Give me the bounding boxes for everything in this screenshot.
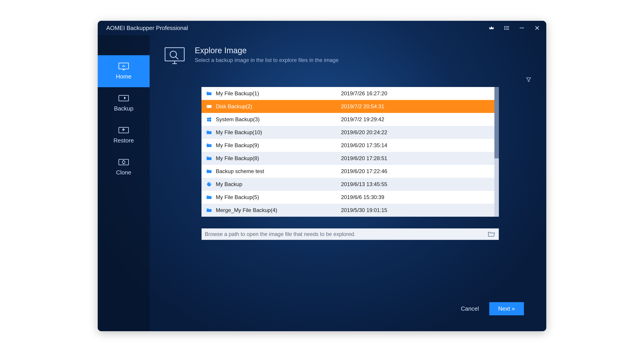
svg-rect-6 [520,28,524,28]
svg-point-2 [504,28,505,28]
monitor-home-icon [118,62,130,71]
filter-row [163,73,537,87]
disk-icon [206,104,212,109]
folder-icon [206,168,212,174]
row-date: 2019/6/20 20:24:22 [341,129,387,136]
sidebar-item-label: Backup [114,105,134,112]
svg-point-0 [504,26,505,27]
svg-rect-3 [506,28,509,28]
row-date: 2019/5/30 19:01:15 [341,207,387,213]
next-button-label: Next » [498,305,515,312]
row-date: 2019/6/20 17:28:51 [341,155,387,162]
row-name: My File Backup(10) [216,129,341,136]
windows-icon [206,117,212,122]
folder-icon [206,130,212,135]
backup-list[interactable]: My File Backup(1)2019/7/26 16:27:20Disk … [202,87,494,217]
minimize-button[interactable] [518,24,525,31]
scrollbar[interactable] [494,87,499,217]
svg-rect-12 [165,48,184,61]
browse-placeholder: Browse a path to open the image file tha… [205,231,485,237]
table-row[interactable]: My Backup2019/6/13 13:45:55 [202,178,494,191]
row-name: My File Backup(9) [216,142,341,148]
svg-rect-5 [506,29,509,30]
svg-point-13 [170,51,177,58]
sidebar-item-label: Restore [113,137,134,144]
main-panel: Explore Image Select a backup image in t… [150,35,546,331]
page-subtitle: Select a backup image in the list to exp… [195,57,338,63]
folder-icon [206,156,212,161]
footer: Cancel Next » [163,294,537,323]
svg-point-4 [504,29,505,30]
app-window: AOMEI Backupper Professional [98,21,546,331]
window-controls [488,24,540,31]
table-row[interactable]: Backup scheme test2019/6/20 17:22:46 [202,165,494,178]
row-date: 2019/6/13 13:45:55 [341,181,387,188]
row-date: 2019/6/20 17:35:14 [341,142,387,148]
svg-rect-8 [119,95,128,101]
folder-icon [206,91,212,96]
cancel-button[interactable]: Cancel [456,302,484,315]
sidebar-item-backup[interactable]: Backup [98,87,150,119]
svg-rect-1 [506,26,509,26]
page-header: Explore Image Select a backup image in t… [163,43,537,73]
explore-image-icon [163,46,186,66]
row-date: 2019/7/26 16:27:20 [341,90,387,96]
svg-point-15 [210,106,211,107]
pie-icon [206,182,212,187]
row-name: My File Backup(5) [216,194,341,200]
sidebar-item-restore[interactable]: Restore [98,119,150,151]
table-row[interactable]: My File Backup(10)2019/6/20 20:24:22 [202,126,494,139]
row-name: Merge_My File Backup(4) [216,207,341,213]
table-row[interactable]: My File Backup(8)2019/6/20 17:28:51 [202,152,494,165]
menu-list-icon[interactable] [503,24,510,31]
restore-icon [118,126,130,135]
row-date: 2019/7/2 20:54:31 [341,103,384,110]
row-name: Backup scheme test [216,168,341,174]
sidebar: Home Backup Restore [98,35,150,331]
folder-icon [206,194,212,200]
folder-icon [206,208,212,213]
sidebar-item-label: Clone [116,169,131,176]
table-row[interactable]: My File Backup(9)2019/6/20 17:35:14 [202,139,494,152]
crown-icon[interactable] [488,24,495,31]
row-date: 2019/6/6 15:30:39 [341,194,384,200]
row-date: 2019/6/20 17:22:46 [341,168,387,174]
titlebar: AOMEI Backupper Professional [98,21,546,35]
row-name: My File Backup(1) [216,90,341,96]
clone-icon [118,158,130,167]
open-folder-icon[interactable] [488,231,496,237]
row-date: 2019/7/2 19:29:42 [341,116,384,122]
table-row[interactable]: Disk Backup(2)2019/7/2 20:54:31 [202,100,494,113]
page-title: Explore Image [195,46,338,55]
svg-point-11 [122,161,125,164]
sidebar-item-label: Home [116,73,131,80]
scrollbar-thumb[interactable] [494,87,499,158]
backup-icon [118,94,130,103]
table-row[interactable]: Merge_My File Backup(4)2019/5/30 19:01:1… [202,204,494,217]
filter-icon[interactable] [525,76,532,84]
row-name: My File Backup(8) [216,155,341,162]
app-title: AOMEI Backupper Professional [106,24,188,32]
svg-rect-7 [119,63,128,69]
row-name: Disk Backup(2) [216,103,341,110]
table-row[interactable]: System Backup(3)2019/7/2 19:29:42 [202,113,494,126]
row-name: System Backup(3) [216,116,341,122]
close-button[interactable] [534,24,540,31]
browse-path-bar[interactable]: Browse a path to open the image file tha… [202,228,499,240]
sidebar-item-clone[interactable]: Clone [98,151,150,183]
table-row[interactable]: My File Backup(1)2019/7/26 16:27:20 [202,87,494,100]
backup-list-container: My File Backup(1)2019/7/26 16:27:20Disk … [202,87,499,217]
folder-icon [206,143,212,148]
table-row[interactable]: My File Backup(5)2019/6/6 15:30:39 [202,191,494,204]
next-button[interactable]: Next » [489,302,524,315]
row-name: My Backup [216,181,341,188]
sidebar-item-home[interactable]: Home [98,55,150,87]
